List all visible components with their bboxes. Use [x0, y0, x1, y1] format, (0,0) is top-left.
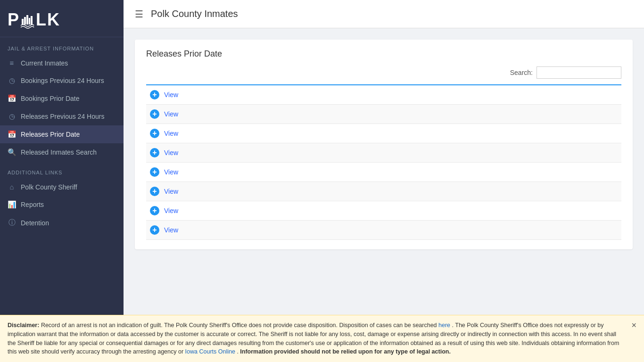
expand-icon[interactable]: +	[150, 109, 159, 119]
sidebar-item-label: Polk County Sheriff	[21, 183, 77, 191]
sidebar-item-label: Releases Prior Date	[21, 131, 80, 138]
chart-icon: 📊	[8, 200, 16, 209]
sidebar-item-label: Bookings Prior Date	[21, 95, 80, 102]
expand-icon[interactable]: +	[150, 90, 159, 99]
disclaimer-text4: Information provided should not be relie…	[240, 348, 451, 355]
sidebar-item-label: Detention	[21, 219, 49, 227]
view-label[interactable]: View	[164, 91, 178, 99]
view-label[interactable]: View	[164, 168, 178, 176]
sidebar-item-bookings-24[interactable]: ◷ Bookings Previous 24 Hours	[0, 72, 124, 90]
expand-icon[interactable]: +	[150, 206, 159, 215]
search-icon: 🔍	[8, 148, 16, 156]
sidebar-item-label: Released Inmates Search	[21, 148, 97, 156]
table-row[interactable]: + View	[146, 182, 621, 201]
close-disclaimer-button[interactable]: ×	[631, 321, 636, 329]
sidebar-item-bookings-prior[interactable]: 📅 Bookings Prior Date	[0, 90, 124, 107]
logo-area: P LK	[0, 0, 124, 37]
table-row[interactable]: + View	[146, 85, 621, 105]
disclaimer-text: Disclaimer: Record of an arrest is not a…	[8, 322, 619, 355]
clock-icon-2: ◷	[8, 112, 16, 121]
expand-icon[interactable]: +	[150, 129, 159, 138]
svg-rect-2	[24, 17, 26, 25]
svg-text:P: P	[8, 10, 20, 29]
calendar-icon-2: 📅	[8, 130, 16, 139]
expand-icon[interactable]: +	[150, 167, 159, 177]
table-row[interactable]: + View	[146, 105, 621, 124]
info-icon: ⓘ	[8, 218, 16, 227]
table-row[interactable]: + View	[146, 143, 621, 163]
disclaimer-banner: × Disclaimer: Record of an arrest is not…	[0, 315, 644, 362]
disclaimer-link1[interactable]: here	[438, 322, 450, 329]
table-row[interactable]: + View	[146, 124, 621, 143]
svg-rect-1	[22, 19, 24, 25]
sidebar-item-label: Reports	[21, 201, 44, 208]
sidebar-item-label: Bookings Previous 24 Hours	[21, 77, 104, 84]
view-label[interactable]: View	[164, 207, 178, 214]
search-bar: Search:	[146, 66, 621, 79]
calendar-icon-1: 📅	[8, 94, 16, 103]
svg-rect-5	[31, 16, 33, 25]
main-area: ☰ Polk County Inmates Releases Prior Dat…	[124, 0, 644, 362]
releases-prior-date-card: Releases Prior Date Search: + View + Vie…	[135, 40, 633, 249]
search-label: Search:	[510, 69, 533, 76]
section-jail-arrest: Jail & Arrest Information ≡ Current Inma…	[0, 37, 124, 161]
svg-rect-4	[29, 18, 30, 25]
hamburger-icon[interactable]: ☰	[135, 8, 143, 20]
disclaimer-link2[interactable]: Iowa Courts Online	[185, 348, 235, 355]
sidebar-item-current-inmates[interactable]: ≡ Current Inmates	[0, 54, 124, 72]
clock-icon-1: ◷	[8, 76, 16, 85]
expand-icon[interactable]: +	[150, 148, 159, 157]
topbar: ☰ Polk County Inmates	[124, 0, 644, 28]
sidebar-item-polk-sheriff[interactable]: ⌂ Polk County Sheriff	[0, 178, 124, 196]
view-label[interactable]: View	[164, 188, 178, 195]
table-row[interactable]: + View	[146, 221, 621, 240]
view-label[interactable]: View	[164, 130, 178, 137]
search-input[interactable]	[537, 66, 621, 79]
table-row[interactable]: + View	[146, 163, 621, 182]
content-area: Releases Prior Date Search: + View + Vie…	[124, 28, 644, 362]
sidebar-item-label: Releases Previous 24 Hours	[21, 113, 104, 120]
sidebar: P LK Jail & Arrest Information	[0, 0, 124, 362]
sidebar-item-label: Current Inmates	[21, 59, 68, 67]
expand-icon[interactable]: +	[150, 225, 159, 235]
disclaimer-text1: Record of an arrest is not an indication…	[41, 322, 438, 329]
inmate-table: + View + View + View + View + View + Vie…	[146, 84, 621, 240]
sidebar-item-releases-24[interactable]: ◷ Releases Previous 24 Hours	[0, 107, 124, 125]
page-title: Polk County Inmates	[151, 8, 238, 19]
sidebar-item-released-search[interactable]: 🔍 Released Inmates Search	[0, 143, 124, 161]
expand-icon[interactable]: +	[150, 187, 159, 196]
sidebar-item-reports[interactable]: 📊 Reports	[0, 196, 124, 214]
view-label[interactable]: View	[164, 110, 178, 118]
card-title: Releases Prior Date	[146, 49, 621, 59]
sidebar-item-releases-prior[interactable]: 📅 Releases Prior Date	[0, 125, 124, 143]
table-row[interactable]: + View	[146, 201, 621, 221]
section-additional-links: Additional Links ⌂ Polk County Sheriff 📊…	[0, 161, 124, 232]
home-icon: ⌂	[8, 183, 16, 191]
logo: P LK	[8, 8, 74, 29]
section-label-jail: Jail & Arrest Information	[0, 37, 124, 54]
section-label-additional: Additional Links	[0, 161, 124, 178]
view-label[interactable]: View	[164, 226, 178, 234]
sidebar-item-detention[interactable]: ⓘ Detention	[0, 214, 124, 232]
logo-svg: P LK	[8, 8, 74, 29]
view-label[interactable]: View	[164, 149, 178, 156]
list-icon: ≡	[8, 59, 16, 67]
svg-text:LK: LK	[36, 10, 60, 29]
svg-rect-3	[26, 15, 28, 25]
disclaimer-label: Disclaimer:	[8, 322, 39, 329]
